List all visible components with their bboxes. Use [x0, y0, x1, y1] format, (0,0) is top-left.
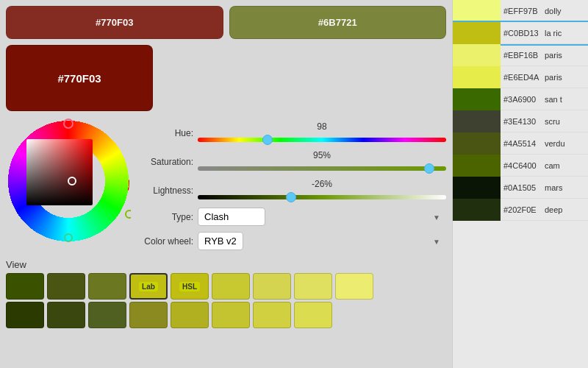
saturation-value: 95%	[198, 150, 446, 160]
lightness-row: Lightness: -26%	[138, 179, 446, 202]
view-section: View Lab HSL	[6, 259, 446, 328]
color-wheel-container[interactable]	[6, 118, 131, 244]
color-swatch-5	[453, 110, 501, 132]
color-hex-1: #C0BD13	[501, 29, 545, 38]
bottom-swatch-4[interactable]: HSL	[171, 273, 209, 300]
color-name-9: deep	[545, 205, 562, 214]
color-name-4: san t	[545, 95, 562, 104]
bottom-swatch-1[interactable]	[47, 273, 85, 300]
saturation-slider[interactable]	[198, 166, 446, 171]
lightness-label: Lightness:	[138, 185, 193, 196]
color-hex-7: #4C6400	[501, 161, 545, 170]
bottom-swatch-7[interactable]	[294, 273, 332, 300]
saturation-row: Saturation: 95%	[138, 150, 446, 173]
type-label: Type:	[138, 212, 193, 222]
top-swatch-1[interactable]: #770F03	[6, 6, 223, 39]
color-hex-4: #3A6900	[501, 95, 545, 104]
color-list-item-3[interactable]: #E6ED4A paris	[453, 66, 588, 88]
color-list-item-8[interactable]: #0A1505 mars	[453, 177, 588, 199]
type-select[interactable]: Clash Complement Analogous Triadic Tetra…	[198, 208, 265, 226]
lab-badge: Lab	[139, 282, 158, 291]
color-name-8: mars	[545, 183, 562, 192]
bottom-swatch-0[interactable]	[6, 273, 44, 300]
top-swatch-1-label: #770F03	[96, 17, 133, 28]
color-list-item-5[interactable]: #3E4130 scru	[453, 110, 588, 132]
lightness-value: -26%	[198, 179, 446, 189]
bottom-swatch-r2-7[interactable]	[294, 302, 332, 328]
bottom-swatches-row1: Lab HSL	[6, 273, 446, 300]
sliders-panel: Hue: 98 Saturation: 95% Lightn	[138, 118, 446, 250]
color-swatch-7	[453, 155, 501, 177]
lightness-slider[interactable]	[198, 195, 446, 199]
lightness-wrapper: -26%	[198, 179, 446, 202]
color-name-0: dolly	[545, 7, 562, 15]
view-label: View	[6, 259, 446, 270]
hue-slider[interactable]	[198, 138, 446, 142]
color-list-item-9[interactable]: #202F0E deep	[453, 199, 588, 221]
bottom-swatch-r2-1[interactable]	[47, 302, 85, 328]
color-hex-2: #EBF16B	[501, 51, 545, 60]
color-name-2: paris	[545, 51, 562, 60]
color-hex-9: #202F0E	[501, 205, 545, 214]
bottom-swatch-3[interactable]: Lab	[129, 273, 168, 300]
hsl-badge: HSL	[179, 282, 200, 291]
bottom-swatch-8[interactable]	[335, 273, 373, 300]
color-swatch-3	[453, 66, 501, 88]
color-hex-5: #3E4130	[501, 117, 545, 126]
color-hex-0: #EFF97B	[501, 7, 545, 15]
color-list-item-0[interactable]: #EFF97B dolly	[453, 0, 588, 22]
color-swatch-8	[453, 177, 501, 199]
color-swatch-6	[453, 132, 501, 155]
main-swatch-label: #770F03	[57, 72, 101, 85]
bottom-swatch-r2-2[interactable]	[88, 302, 126, 328]
color-swatch-9	[453, 199, 501, 221]
color-list-item-1[interactable]: #C0BD13 la ric	[453, 22, 588, 44]
main-swatch[interactable]: #770F03	[6, 45, 153, 111]
color-swatch-1	[453, 22, 501, 44]
color-list-item-6[interactable]: #4A5514 verdu	[453, 132, 588, 155]
bottom-swatch-r2-6[interactable]	[253, 302, 291, 328]
hue-wrapper: 98	[198, 121, 446, 144]
color-hex-8: #0A1505	[501, 183, 545, 192]
color-swatch-0	[453, 0, 501, 22]
bottom-swatch-2[interactable]	[88, 273, 126, 300]
color-list-panel: #EFF97B dolly #C0BD13 la ric #EBF16B par…	[452, 0, 588, 368]
bottom-swatch-5[interactable]	[212, 273, 250, 300]
color-list-item-2[interactable]: #EBF16B paris	[453, 44, 588, 66]
bottom-swatch-6[interactable]	[253, 273, 291, 300]
color-wheel-svg	[6, 118, 131, 244]
bottom-swatch-r2-0[interactable]	[6, 302, 44, 328]
color-swatch-4	[453, 88, 501, 110]
type-select-wrapper: Clash Complement Analogous Triadic Tetra…	[198, 208, 446, 226]
hue-value: 98	[198, 121, 446, 132]
color-name-1: la ric	[545, 29, 562, 38]
colorwheel-select[interactable]: RYB v2 RYB RGB	[198, 232, 243, 250]
type-row: Type: Clash Complement Analogous Triadic…	[138, 208, 446, 226]
saturation-label: Saturation:	[138, 157, 193, 167]
color-list-item-4[interactable]: #3A6900 san t	[453, 88, 588, 110]
color-list-item-7[interactable]: #4C6400 cam	[453, 155, 588, 177]
color-name-7: cam	[545, 161, 560, 170]
color-swatch-2	[453, 44, 501, 66]
bottom-swatch-r2-3[interactable]	[129, 302, 168, 328]
colorwheel-row: Color wheel: RYB v2 RYB RGB	[138, 232, 446, 250]
colorwheel-label: Color wheel:	[138, 236, 193, 247]
colorwheel-select-wrapper: RYB v2 RYB RGB	[198, 232, 446, 250]
top-swatch-2-label: #6B7721	[318, 17, 357, 28]
hue-label: Hue:	[138, 128, 193, 138]
top-swatch-2[interactable]: #6B7721	[229, 6, 447, 39]
color-name-3: paris	[545, 73, 562, 82]
hue-row: Hue: 98	[138, 121, 446, 144]
bottom-swatches-row2	[6, 302, 446, 328]
color-hex-6: #4A5514	[501, 139, 545, 148]
bottom-swatch-r2-5[interactable]	[212, 302, 250, 328]
saturation-wrapper: 95%	[198, 150, 446, 173]
bottom-swatch-r2-4[interactable]	[171, 302, 209, 328]
color-name-5: scru	[545, 117, 560, 126]
color-hex-3: #E6ED4A	[501, 73, 545, 82]
color-name-6: verdu	[545, 139, 565, 148]
